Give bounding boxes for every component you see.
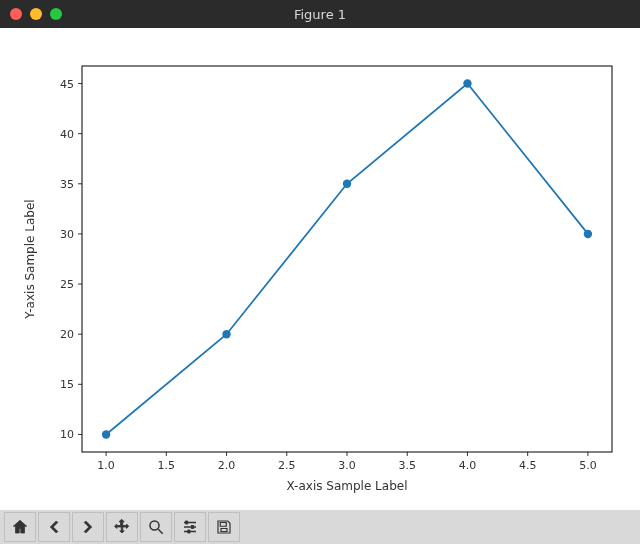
y-tick-label: 45 <box>60 78 74 91</box>
window-title: Figure 1 <box>0 7 640 22</box>
close-icon[interactable] <box>10 8 22 20</box>
x-axis-label: X-axis Sample Label <box>287 479 408 493</box>
back-button[interactable] <box>38 512 70 542</box>
matplotlib-toolbar <box>0 510 640 544</box>
configure-button[interactable] <box>174 512 206 542</box>
data-point <box>584 230 592 238</box>
x-tick-label: 4.5 <box>519 459 537 472</box>
svg-line-18 <box>158 529 163 534</box>
save-icon <box>215 518 233 536</box>
home-button[interactable] <box>4 512 36 542</box>
y-tick-label: 35 <box>60 178 74 191</box>
arrow-right-icon <box>79 518 97 536</box>
x-tick-label: 1.5 <box>158 459 176 472</box>
move-icon <box>113 518 131 536</box>
maximize-icon[interactable] <box>50 8 62 20</box>
x-tick-label: 3.5 <box>398 459 416 472</box>
svg-point-17 <box>150 521 159 530</box>
svg-rect-24 <box>188 530 190 533</box>
y-tick-label: 10 <box>60 428 74 441</box>
pan-button[interactable] <box>106 512 138 542</box>
data-point <box>463 79 471 87</box>
x-tick-label: 4.0 <box>459 459 477 472</box>
svg-rect-23 <box>192 526 194 529</box>
x-tick-label: 1.0 <box>97 459 115 472</box>
window-controls <box>10 8 62 20</box>
figure-canvas[interactable]: 1.01.52.02.53.03.54.04.55.01015202530354… <box>0 28 640 510</box>
y-tick-label: 20 <box>60 328 74 341</box>
x-tick-label: 3.0 <box>338 459 356 472</box>
chart-svg: 1.01.52.02.53.03.54.04.55.01015202530354… <box>0 28 640 510</box>
save-button[interactable] <box>208 512 240 542</box>
data-point <box>343 180 351 188</box>
titlebar: Figure 1 <box>0 0 640 28</box>
data-point <box>222 330 230 338</box>
y-axis-label: Y-axis Sample Label <box>23 199 37 319</box>
axes-frame <box>82 66 612 452</box>
sliders-icon <box>181 518 199 536</box>
app-window: Figure 1 1.01.52.02.53.03.54.04.55.01015… <box>0 0 640 544</box>
y-tick-label: 30 <box>60 228 74 241</box>
y-tick-label: 40 <box>60 128 74 141</box>
zoom-button[interactable] <box>140 512 172 542</box>
series-line <box>106 84 588 435</box>
arrow-left-icon <box>45 518 63 536</box>
data-point <box>102 430 110 438</box>
svg-rect-22 <box>186 521 188 524</box>
y-tick-label: 15 <box>60 378 74 391</box>
home-icon <box>11 518 29 536</box>
x-tick-label: 2.5 <box>278 459 296 472</box>
y-tick-label: 25 <box>60 278 74 291</box>
minimize-icon[interactable] <box>30 8 42 20</box>
zoom-icon <box>147 518 165 536</box>
x-tick-label: 5.0 <box>579 459 597 472</box>
x-tick-label: 2.0 <box>218 459 236 472</box>
forward-button[interactable] <box>72 512 104 542</box>
